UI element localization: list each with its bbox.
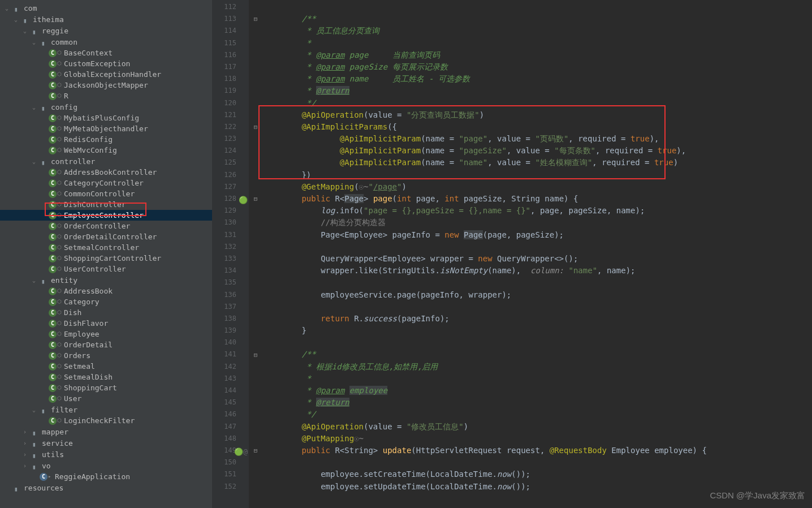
code-line[interactable]: QueryWrapper<Employee> wrapper = new Que… [249, 253, 812, 265]
tree-item-AddressBookController[interactable]: C⬡AddressBookController [0, 167, 212, 178]
code-line[interactable]: return R.success(pageInfo); [249, 313, 812, 325]
code-line[interactable]: public R<String> update(HttpServletReque… [249, 445, 812, 457]
tree-item-RedisConfig[interactable]: C⬡RedisConfig [0, 134, 212, 145]
code-line[interactable]: /** [249, 348, 812, 360]
tree-item-CategoryController[interactable]: C⬡CategoryController [0, 178, 212, 188]
code-line[interactable]: employee.setCreateTime(LocalDateTime.now… [249, 468, 812, 480]
tree-item-com[interactable]: ⌄▖com [0, 2, 212, 14]
tree-item-MyMetaObjecthandler[interactable]: C⬡MyMetaObjecthandler [0, 123, 212, 134]
code-line[interactable]: @ApiOperation(value = "分页查询员工数据") [249, 109, 812, 121]
tree-item-R[interactable]: C⬡R [0, 91, 212, 101]
code-line[interactable]: * @param name 员工姓名 - 可选参数 [249, 73, 812, 85]
code-line[interactable] [249, 1, 812, 13]
tree-item-common[interactable]: ⌄▖common [0, 36, 212, 48]
tree-item-JacksonObjectMapper[interactable]: C⬡JacksonObjectMapper [0, 80, 212, 91]
gutter-marker-icon[interactable]: 🟢 [239, 194, 248, 206]
tree-item-WebMvcConfig[interactable]: C⬡WebMvcConfig [0, 145, 212, 156]
tree-item-config[interactable]: ⌄▖config [0, 101, 212, 113]
tree-item-EmployeeController[interactable]: C⬡EmployeeController [0, 210, 212, 221]
project-tree[interactable]: ⌄▖com⌄▖itheima⌄▖reggie⌄▖commonC⬡BaseCont… [0, 0, 212, 508]
tree-item-Dish[interactable]: C⬡Dish [0, 307, 212, 318]
gutter-marker-icon[interactable]: 🟢@ [234, 446, 248, 458]
code-line[interactable]: @ApiImplicitParam(name = "name", value =… [249, 157, 812, 169]
code-line[interactable]: * @return [249, 397, 812, 408]
code-line[interactable]: * [249, 37, 812, 49]
tree-item-controller[interactable]: ⌄▖controller [0, 156, 212, 167]
code-line[interactable]: @PutMapping☉~ [249, 433, 812, 445]
tree-item-LoginCheckFilter[interactable]: C⬡LoginCheckFilter [0, 415, 212, 426]
folder-icon: ▖ [40, 37, 49, 46]
tree-item-vo[interactable]: ›▖vo [0, 460, 212, 471]
code-line[interactable]: @ApiImplicitParam(name = "page", value =… [249, 133, 812, 145]
code-line[interactable]: employeeService.page(pageInfo, wrapper); [249, 289, 812, 301]
fold-icon[interactable]: ⊟ [252, 15, 259, 23]
tree-item-mapper[interactable]: ›▖mapper [0, 426, 212, 437]
code-line[interactable] [249, 457, 812, 468]
tree-item-CommonController[interactable]: C⬡CommonController [0, 188, 212, 199]
code-editor[interactable]: 1121131141151161171181191201211221231241… [212, 0, 812, 508]
tree-item-BaseContext[interactable]: C⬡BaseContext [0, 48, 212, 58]
tree-item-DishFlavor[interactable]: C⬡DishFlavor [0, 318, 212, 329]
class-icon: C [49, 81, 57, 89]
fold-icon[interactable]: ⊟ [252, 447, 259, 454]
code-line[interactable]: public R<Page> page(int page, int pageSi… [249, 193, 812, 205]
tree-item-SetmealDish[interactable]: C⬡SetmealDish [0, 372, 212, 382]
tree-item-filter[interactable]: ⌄▖filter [0, 404, 212, 415]
tree-item-User[interactable]: C⬡User [0, 393, 212, 404]
tree-item-UserController[interactable]: C⬡UserController [0, 264, 212, 274]
tree-item-itheima[interactable]: ⌄▖itheima [0, 14, 212, 25]
tree-item-Setmeal[interactable]: C⬡Setmeal [0, 361, 212, 372]
tree-item-SetmealController[interactable]: C⬡SetmealController [0, 242, 212, 253]
code-line[interactable]: wrapper.like(StringUtils.isNotEmpty(name… [249, 265, 812, 277]
tree-arrow: › [21, 451, 28, 458]
class-icon: C [49, 373, 57, 381]
code-line[interactable]: //构造分页构造器 [249, 217, 812, 229]
code-line[interactable]: * @param pageSize 每页展示记录数 [249, 61, 812, 73]
tree-item-service[interactable]: ›▖service [0, 437, 212, 449]
fold-icon[interactable]: ⊟ [252, 195, 259, 203]
tree-item-OrderController[interactable]: C⬡OrderController [0, 221, 212, 231]
tree-item-Category[interactable]: C⬡Category [0, 296, 212, 307]
code-line[interactable]: * @param employee [249, 385, 812, 397]
code-line[interactable]: @ApiImplicitParam(name = "pageSize", val… [249, 145, 812, 157]
code-line[interactable]: * 根据id修改员工信息,如禁用,启用 [249, 361, 812, 373]
tree-label: CategoryController [64, 179, 144, 187]
tree-item-reggie[interactable]: ⌄▖reggie [0, 25, 212, 36]
code-line[interactable]: * [249, 373, 812, 385]
code-line[interactable] [249, 301, 812, 313]
tree-item-resources[interactable]: ▖resources [0, 482, 212, 493]
code-line[interactable]: */ [249, 408, 812, 420]
code-line[interactable] [249, 277, 812, 289]
tree-item-utils[interactable]: ›▖utils [0, 449, 212, 460]
code-line[interactable]: }) [249, 169, 812, 181]
code-line[interactable]: log.info("page = {},pageSize = {},name =… [249, 205, 812, 217]
tree-item-GlobalExceptionHandler[interactable]: C⬡GlobalExceptionHandler [0, 69, 212, 80]
code-line[interactable] [249, 241, 812, 253]
fold-icon[interactable]: ⊟ [252, 351, 259, 359]
tree-item-ShoppingCartController[interactable]: C⬡ShoppingCartController [0, 253, 212, 264]
tree-item-MybatisPlusConfig[interactable]: C⬡MybatisPlusConfig [0, 113, 212, 123]
code-line[interactable]: Page<Employee> pageInfo = new Page(page,… [249, 229, 812, 241]
tree-item-ShoppingCart[interactable]: C⬡ShoppingCart [0, 382, 212, 393]
code-line[interactable]: @ApiImplicitParams({ [249, 121, 812, 133]
code-line[interactable]: } [249, 325, 812, 337]
fold-icon[interactable]: ⊟ [252, 123, 259, 131]
code-line[interactable]: @ApiOperation(value = "修改员工信息") [249, 421, 812, 433]
code-area[interactable]: ⊟⊟⊟⊟⊟ /** * 员工信息分页查询 * * @param page 当前查… [249, 0, 812, 508]
code-line[interactable]: * @param page 当前查询页码 [249, 49, 812, 61]
tree-item-OrderDetail[interactable]: C⬡OrderDetail [0, 339, 212, 350]
code-line[interactable]: * 员工信息分页查询 [249, 25, 812, 37]
tree-item-OrderDetailController[interactable]: C⬡OrderDetailController [0, 231, 212, 242]
tree-item-AddressBook[interactable]: C⬡AddressBook [0, 286, 212, 296]
code-line[interactable]: @GetMapping(☉~"/page") [249, 181, 812, 193]
code-line[interactable]: /** [249, 13, 812, 25]
tree-item-entity[interactable]: ⌄▖entity [0, 274, 212, 286]
code-line[interactable]: * @return [249, 85, 812, 97]
tree-item-Employee[interactable]: C⬡Employee [0, 329, 212, 339]
code-line[interactable]: */ [249, 97, 812, 109]
code-line[interactable] [249, 337, 812, 348]
tree-item-DishController[interactable]: C⬡DishController [0, 199, 212, 210]
tree-item-CustomException[interactable]: C⬡CustomException [0, 58, 212, 69]
tree-item-Orders[interactable]: C⬡Orders [0, 350, 212, 361]
tree-item-ReggieApplication[interactable]: C▸ReggieApplication [0, 471, 212, 482]
